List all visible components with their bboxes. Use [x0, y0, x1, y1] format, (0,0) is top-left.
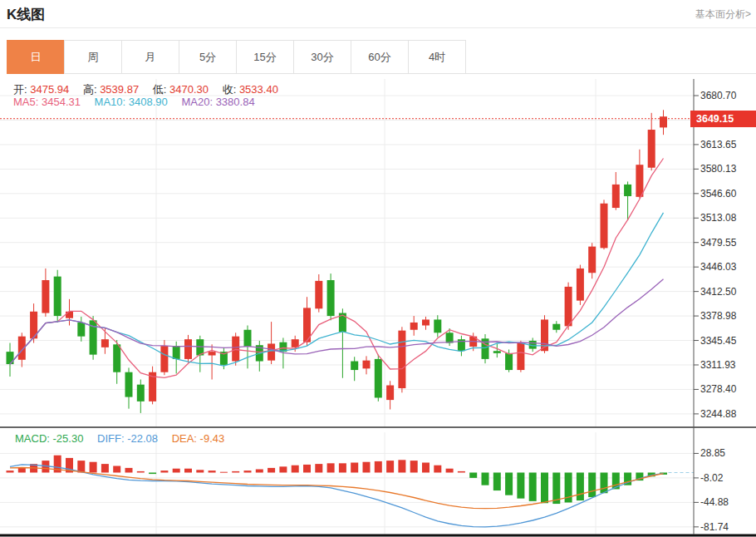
- low-value: 3470.30: [169, 83, 209, 96]
- macd-axis-label: -81.74: [700, 521, 729, 533]
- close-label: 收:: [223, 83, 237, 96]
- tab-5分[interactable]: 5分: [179, 40, 237, 74]
- price-axis-label: 3479.55: [700, 237, 736, 249]
- price-axis-label: 3680.70: [700, 90, 736, 101]
- kline-chart[interactable]: [0, 0, 756, 537]
- tab-周[interactable]: 周: [64, 40, 122, 74]
- close-value: 3533.40: [239, 83, 278, 96]
- price-axis-label: 3446.03: [700, 261, 736, 273]
- open-label: 开:: [13, 83, 27, 96]
- macd-legend: MACD: -25.30 DIFF: -22.08 DEA: -9.43: [15, 432, 235, 445]
- dea-label: DEA:: [172, 432, 197, 445]
- ma10-value: 3408.90: [129, 96, 168, 108]
- price-axis-label: 3345.45: [700, 335, 736, 347]
- price-axis-label: 3513.08: [700, 212, 736, 224]
- macd-axis-label: -8.02: [700, 472, 723, 484]
- interval-tab-bar: 日周月5分15分30分60分4时: [7, 40, 466, 74]
- ma20-value: 3380.84: [216, 96, 255, 108]
- tab-15分[interactable]: 15分: [236, 40, 294, 74]
- high-value: 3539.87: [100, 83, 139, 96]
- current-price-tag: 3649.15: [690, 111, 756, 127]
- tab-4时[interactable]: 4时: [408, 40, 466, 74]
- ma-legend: MA5: 3454.31 MA10: 3408.90 MA20: 3380.84: [13, 96, 266, 108]
- ma5-value: 3454.31: [42, 96, 81, 108]
- low-label: 低:: [153, 83, 167, 96]
- macd-label: MACD:: [15, 432, 50, 445]
- tab-30分[interactable]: 30分: [293, 40, 351, 74]
- dea-value: -9.43: [200, 432, 225, 445]
- price-axis-label: 3378.98: [700, 310, 736, 322]
- price-axis-label: 3311.93: [700, 359, 736, 371]
- tab-60分[interactable]: 60分: [351, 40, 409, 74]
- diff-label: DIFF:: [97, 432, 125, 445]
- ma5-label: MA5:: [13, 96, 38, 108]
- price-axis-label: 3278.40: [700, 383, 736, 395]
- tab-月[interactable]: 月: [121, 40, 179, 74]
- macd-axis-label: -44.88: [700, 496, 729, 508]
- high-label: 高:: [83, 83, 97, 96]
- open-value: 3475.94: [30, 83, 69, 96]
- diff-value: -22.08: [127, 432, 158, 445]
- price-axis-label: 3412.50: [700, 286, 736, 298]
- price-axis-label: 3613.65: [700, 139, 736, 150]
- price-axis-label: 3546.60: [700, 188, 736, 200]
- price-axis-label: 3244.88: [700, 408, 736, 420]
- price-axis-label: 3580.13: [700, 163, 736, 175]
- ma20-label: MA20:: [181, 96, 213, 108]
- macd-axis-label: 28.85: [700, 447, 725, 459]
- macd-value: -25.30: [53, 432, 84, 445]
- ma10-label: MA10:: [95, 96, 126, 108]
- tab-日[interactable]: 日: [7, 40, 65, 74]
